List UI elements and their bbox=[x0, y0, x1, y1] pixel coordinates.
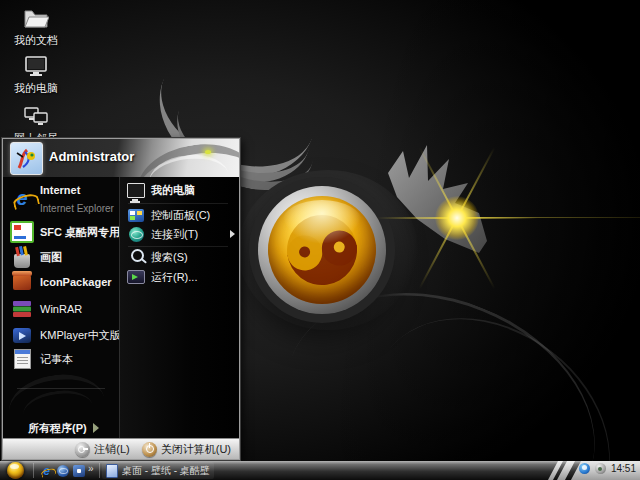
internet-explorer-icon: e bbox=[10, 186, 34, 210]
start-item-connect-to[interactable]: 连接到(T) bbox=[120, 224, 239, 244]
yinyang-orb bbox=[268, 196, 376, 304]
taskbar: e » 桌面 - 壁纸 - 桌酷壁... 14:51 bbox=[0, 461, 640, 480]
start-item-control-panel[interactable]: 控制面板(C) bbox=[120, 205, 239, 225]
start-item-winrar[interactable]: WinRAR bbox=[3, 296, 119, 322]
logged-in-user-name: Administrator bbox=[49, 149, 134, 164]
log-off-icon bbox=[75, 442, 90, 457]
desktop-icon-label: 我的电脑 bbox=[4, 81, 68, 96]
sfc-zhuoku-icon bbox=[10, 220, 34, 244]
task-button-wallpaper-window[interactable]: 桌面 - 壁纸 - 桌酷壁... bbox=[102, 462, 214, 479]
shut-down-icon bbox=[142, 442, 157, 457]
network-places-icon bbox=[4, 102, 68, 128]
kmplayer-icon bbox=[10, 323, 34, 347]
wallpaper-window-icon bbox=[106, 464, 118, 478]
system-tray: 14:51 bbox=[579, 463, 636, 474]
my-documents-icon bbox=[4, 4, 68, 30]
start-menu-right-column: 我的电脑 控制面板(C) 连接到(T) 搜索(S) 运行(R)... bbox=[119, 177, 239, 438]
run-icon bbox=[127, 268, 145, 286]
dragon-eye-glint bbox=[205, 150, 211, 154]
start-item-run[interactable]: 运行(R)... bbox=[120, 267, 239, 287]
all-programs-arrow-icon bbox=[93, 423, 99, 433]
start-button[interactable] bbox=[7, 462, 24, 479]
log-off-button[interactable]: 注销(L) bbox=[75, 442, 129, 457]
start-menu: Administrator e Internet Internet Explor… bbox=[2, 138, 240, 460]
start-item-sfc-zhuoku[interactable]: SFC 桌酷网专用版 bbox=[3, 219, 119, 245]
taskbar-divider bbox=[33, 463, 34, 478]
shut-down-button[interactable]: 关闭计算机(U) bbox=[142, 442, 231, 457]
desktop-icon-my-documents[interactable]: 我的文档 bbox=[4, 4, 68, 48]
messenger-tray-icon[interactable] bbox=[579, 463, 590, 474]
start-item-my-computer[interactable]: 我的电脑 bbox=[120, 180, 239, 200]
taskbar-divider bbox=[99, 463, 100, 478]
right-column-separator bbox=[128, 203, 228, 204]
taskbar-clock[interactable]: 14:51 bbox=[611, 463, 636, 474]
connect-to-icon bbox=[127, 225, 145, 243]
start-item-kmplayer[interactable]: KMPlayer中文版 bbox=[3, 322, 119, 348]
start-item-paint[interactable]: 画图 bbox=[3, 244, 119, 270]
desktop-icon-label: 我的文档 bbox=[4, 33, 68, 48]
my-computer-icon bbox=[127, 181, 145, 199]
quick-launch-ie-icon[interactable]: e bbox=[40, 464, 53, 477]
quick-launch-overflow-chevron[interactable]: » bbox=[88, 463, 94, 474]
start-item-search[interactable]: 搜索(S) bbox=[120, 247, 239, 267]
start-item-internet[interactable]: e Internet Internet Explorer bbox=[3, 183, 119, 213]
start-menu-footer: 注销(L) 关闭计算机(U) bbox=[3, 438, 239, 459]
start-menu-body: e Internet Internet Explorer SFC 桌酷网专用版 … bbox=[3, 177, 239, 438]
quick-launch-kmplayer-icon[interactable] bbox=[56, 464, 69, 477]
start-item-notepad[interactable]: 记事本 bbox=[3, 346, 119, 372]
search-icon bbox=[127, 248, 145, 266]
iconpackager-icon bbox=[10, 270, 34, 294]
start-item-iconpackager[interactable]: IconPackager bbox=[3, 269, 119, 295]
control-panel-icon bbox=[127, 206, 145, 224]
submenu-arrow-icon bbox=[230, 230, 235, 238]
security-tray-icon[interactable] bbox=[595, 463, 606, 474]
quick-launch-media-player-icon[interactable] bbox=[72, 464, 85, 477]
start-menu-left-column: e Internet Internet Explorer SFC 桌酷网专用版 … bbox=[3, 177, 119, 438]
notepad-icon bbox=[10, 347, 34, 371]
my-computer-icon bbox=[4, 52, 68, 78]
desktop-icon-my-computer[interactable]: 我的电脑 bbox=[4, 52, 68, 96]
user-avatar[interactable] bbox=[10, 142, 43, 175]
start-menu-header: Administrator bbox=[3, 139, 239, 178]
paint-icon bbox=[10, 245, 34, 269]
dragon-head-graphic bbox=[383, 143, 495, 258]
winrar-icon bbox=[10, 297, 34, 321]
